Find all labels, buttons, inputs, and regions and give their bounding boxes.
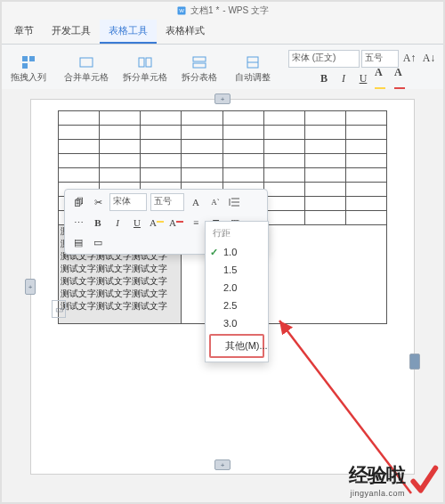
menu-item-2[interactable]: 2.0	[206, 279, 268, 297]
table-row	[59, 154, 387, 168]
grp-drag[interactable]: 拖拽入列	[5, 45, 52, 93]
svg-rect-5	[80, 58, 93, 67]
table-row	[59, 111, 387, 126]
menu-title: 行距	[206, 224, 268, 243]
table-handle-top[interactable]: +	[214, 93, 231, 104]
mini-font-size[interactable]: 五号	[150, 193, 184, 211]
svg-rect-4	[22, 63, 28, 69]
autofit-icon	[245, 54, 261, 70]
tab-dev[interactable]: 开发工具	[43, 20, 100, 44]
mini-shrink-font[interactable]: A`	[207, 194, 223, 210]
drag-label: 拖拽入列	[11, 71, 46, 84]
svg-rect-2	[22, 56, 28, 61]
doc-title: 文档1 *	[190, 4, 219, 17]
merged-text: 测试文字测试文字测试文字	[61, 300, 179, 313]
table-handle-bottom[interactable]: +	[214, 459, 231, 470]
table-row	[59, 168, 387, 183]
tab-table-tools[interactable]: 表格工具	[100, 20, 157, 44]
merged-text: 测试文字测试文字测试文字	[61, 263, 179, 275]
mini-copy-icon[interactable]: 🗐	[70, 194, 86, 210]
mini-font-name[interactable]: 宋体	[109, 193, 147, 211]
grp-split-table[interactable]: 拆分表格	[176, 45, 222, 93]
svg-rect-3	[29, 56, 35, 61]
mini-line-spacing-icon[interactable]	[227, 194, 243, 210]
mini-bold[interactable]: B	[90, 215, 106, 231]
grp-font: 宋体 (正文) 五号 A↑ A↓ B I U A A	[283, 45, 443, 93]
app-window: W 文档1 * - WPS 文字 章节 开发工具 表格工具 表格样式 拖拽入列 …	[0, 0, 445, 504]
check-icon	[409, 462, 439, 498]
mini-more-icon[interactable]: ⋯	[70, 215, 86, 231]
font-color-button[interactable]: A	[393, 70, 411, 88]
svg-rect-9	[193, 63, 206, 68]
ribbon: 拖拽入列 合并单元格 拆分单元格 拆分表格 自动调整 宋体 (正文) 五号 A↑…	[2, 45, 443, 93]
highlight-button[interactable]: A	[374, 70, 392, 88]
app-icon: W	[176, 5, 187, 16]
grow-font-icon[interactable]: A↑	[400, 50, 418, 68]
shrink-font-icon[interactable]: A↓	[420, 50, 438, 68]
grp-merge[interactable]: 合并单元格	[59, 45, 114, 93]
menu-item-2-5[interactable]: 2.5	[206, 297, 268, 314]
svg-rect-8	[193, 57, 206, 61]
menu-item-1[interactable]: 1.0	[206, 243, 268, 261]
table-handle-right[interactable]	[409, 354, 420, 370]
mini-align-left-icon[interactable]: ≡	[188, 215, 204, 231]
menu-item-1-5[interactable]: 1.5	[206, 261, 268, 279]
page-note-icon[interactable]: ▭	[52, 300, 66, 318]
menu-item-3[interactable]: 3.0	[206, 314, 268, 332]
split-cell-label: 拆分单元格	[123, 71, 167, 84]
font-size-select[interactable]: 五号	[361, 50, 399, 68]
font-name-select[interactable]: 宋体 (正文)	[288, 50, 360, 68]
svg-rect-6	[139, 58, 144, 67]
svg-rect-7	[146, 58, 151, 67]
watermark-text: 经验啦	[349, 462, 405, 489]
mini-grow-font[interactable]: A	[188, 194, 204, 210]
app-name: - WPS 文字	[222, 4, 269, 17]
mini-highlight[interactable]: A	[149, 215, 165, 231]
mini-insert-icon[interactable]: ▤	[70, 234, 86, 250]
merge-icon	[78, 54, 94, 70]
svg-text:W: W	[179, 8, 184, 13]
mini-cut-icon[interactable]: ✂	[90, 194, 106, 210]
table-row	[59, 140, 387, 154]
grp-split-cell[interactable]: 拆分单元格	[117, 45, 173, 93]
mini-font-color[interactable]: A	[168, 215, 184, 231]
mini-delete-icon[interactable]: ▭	[90, 234, 106, 250]
menu-item-other[interactable]: 其他(M)...	[209, 334, 264, 358]
merge-label: 合并单元格	[64, 71, 109, 84]
italic-button[interactable]: I	[335, 70, 352, 88]
table-handle-left[interactable]: +	[25, 279, 36, 295]
split-table-label: 拆分表格	[182, 71, 217, 84]
watermark: 经验啦 jingyanla.com	[349, 462, 439, 498]
underline-button[interactable]: U	[354, 70, 372, 88]
tab-table-style[interactable]: 表格样式	[157, 20, 214, 44]
merged-text: 测试文字测试文字测试文字	[61, 275, 179, 288]
ribbon-tabs: 章节 开发工具 表格工具 表格样式	[2, 20, 443, 45]
bold-button[interactable]: B	[315, 70, 333, 88]
mini-underline[interactable]: U	[129, 215, 145, 231]
title-bar: W 文档1 * - WPS 文字	[2, 2, 443, 20]
split-table-icon	[191, 54, 207, 70]
table-row	[59, 126, 387, 140]
drag-icon	[20, 54, 36, 70]
autofit-label: 自动调整	[235, 71, 271, 84]
grp-autofit[interactable]: 自动调整	[230, 45, 276, 93]
mini-italic[interactable]: I	[109, 215, 125, 231]
line-spacing-menu: 行距 1.0 1.5 2.0 2.5 3.0 其他(M)...	[205, 221, 269, 362]
tab-section[interactable]: 章节	[5, 20, 43, 44]
split-cell-icon	[137, 54, 153, 70]
watermark-sub: jingyanla.com	[349, 489, 405, 498]
merged-text: 测试文字测试文字测试文字	[61, 288, 179, 300]
